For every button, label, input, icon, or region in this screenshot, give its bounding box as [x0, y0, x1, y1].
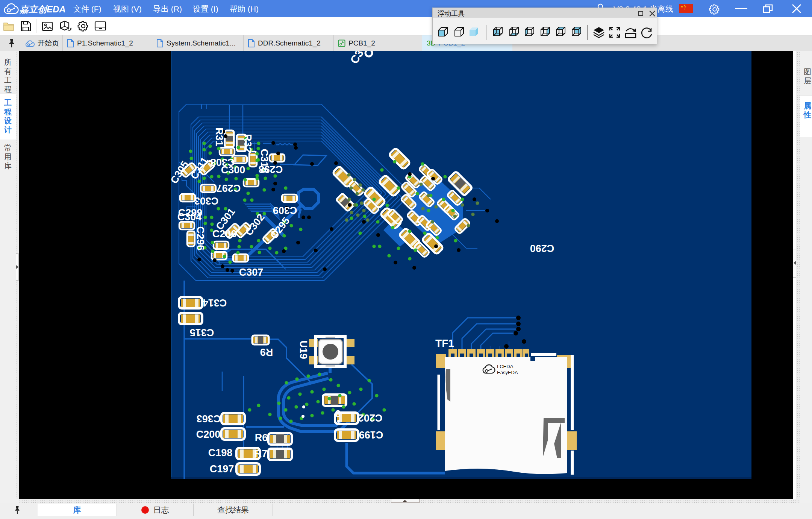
svg-text:C300: C300 — [221, 164, 245, 176]
svg-text:C314: C314 — [203, 297, 227, 308]
svg-text:C309: C309 — [273, 205, 297, 216]
svg-text:8: 8 — [335, 408, 341, 419]
svg-text:C206: C206 — [212, 228, 237, 240]
svg-text:C290: C290 — [530, 243, 554, 254]
svg-text:C304: C304 — [177, 211, 202, 223]
svg-text:R31: R31 — [214, 127, 225, 146]
svg-text:C296: C296 — [195, 226, 206, 251]
svg-text:C199: C199 — [359, 429, 383, 440]
svg-text:LCEDA: LCEDA — [497, 364, 514, 369]
svg-text:R32: R32 — [242, 134, 253, 153]
svg-text:C303: C303 — [194, 195, 219, 206]
svg-text:C298: C298 — [259, 164, 283, 175]
svg-text:C297: C297 — [217, 182, 241, 194]
svg-text:R6: R6 — [255, 432, 268, 443]
svg-text:R7: R7 — [255, 448, 268, 459]
svg-text:C200: C200 — [196, 429, 221, 440]
svg-text:R9: R9 — [260, 346, 273, 358]
svg-text:C197: C197 — [210, 463, 234, 475]
svg-text:C202: C202 — [358, 412, 383, 423]
svg-text:U19: U19 — [298, 340, 309, 359]
svg-text:C307: C307 — [239, 267, 264, 278]
svg-text:EasyEDA: EasyEDA — [497, 370, 518, 375]
svg-text:C363: C363 — [197, 413, 221, 424]
svg-text:C315: C315 — [190, 327, 214, 338]
svg-text:C198: C198 — [208, 447, 233, 458]
svg-text:TF1: TF1 — [435, 337, 454, 349]
